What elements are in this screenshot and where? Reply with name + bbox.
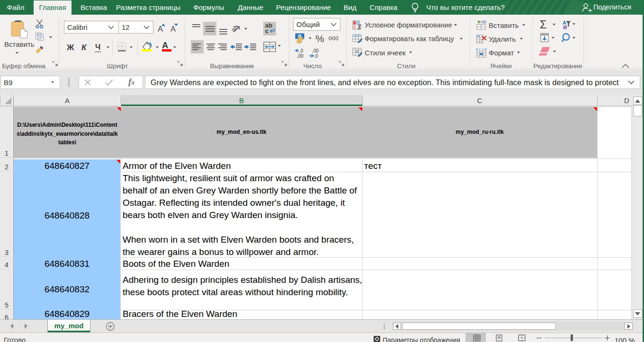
svg-text:,00: ,00 — [312, 48, 319, 53]
svg-text:,00: ,00 — [297, 53, 304, 58]
svg-text:,0: ,0 — [299, 48, 304, 53]
svg-text:,0: ,0 — [314, 53, 318, 58]
